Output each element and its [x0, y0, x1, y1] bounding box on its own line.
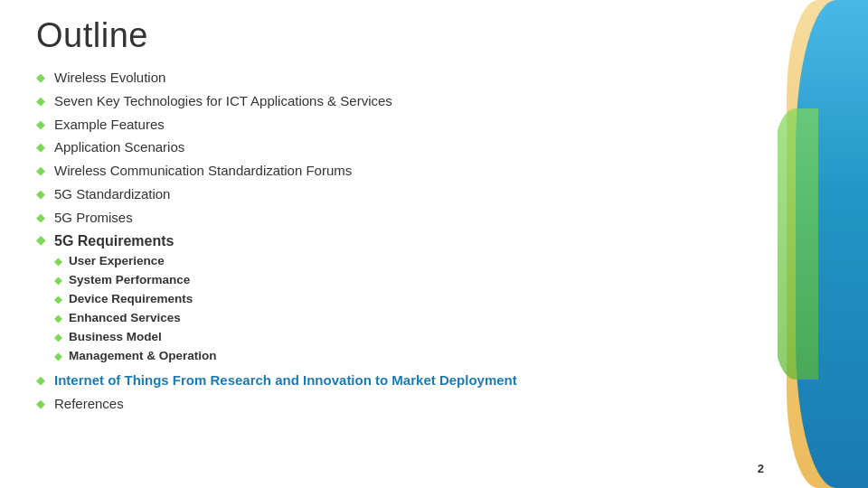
sub-text-2: Device Requirements	[69, 291, 193, 308]
sub-item-1: ◆System Performance	[36, 272, 760, 289]
bullet-diamond-iot: ◆	[36, 372, 45, 389]
sub-item-0: ◆User Experience	[36, 253, 760, 270]
sub-diamond-0: ◆	[54, 255, 61, 268]
bullet-text-example-features: Example Features	[54, 115, 165, 135]
sub-diamond-1: ◆	[54, 274, 61, 287]
bullet-text-iot: Internet of Things From Research and Inn…	[54, 371, 517, 390]
sub-text-4: Business Model	[69, 329, 162, 346]
bullet-text-references: References	[54, 394, 124, 414]
outline-item-seven-key: ◆Seven Key Technologies for ICT Applicat…	[36, 91, 760, 111]
wave-sand	[787, 0, 850, 488]
outline-item-wireless-evolution: ◆Wireless Evolution	[36, 68, 760, 88]
sub-text-1: System Performance	[69, 272, 190, 289]
bullet-diamond-wireless-evolution: ◆	[36, 70, 45, 87]
outline-item-iot: ◆Internet of Things From Research and In…	[36, 371, 760, 390]
bullet-text-application-scenarios: Application Scenarios	[54, 137, 184, 157]
outline-item-wireless-comm: ◆Wireless Communication Standardization …	[36, 161, 760, 181]
sub-diamond-4: ◆	[54, 331, 61, 344]
outline-item-references: ◆References	[36, 394, 760, 414]
decorative-waves	[778, 0, 868, 488]
page-title: Outline	[36, 16, 760, 55]
bullet-text-5g-promises: 5G Promises	[54, 208, 133, 228]
sub-text-5: Management & Operation	[69, 348, 217, 365]
sub-text-3: Enhanced Services	[69, 310, 181, 327]
outline-list: ◆Wireless Evolution◆Seven Key Technologi…	[36, 68, 760, 413]
page-number: 2	[758, 462, 764, 475]
sub-text-0: User Experience	[69, 253, 165, 270]
bullet-diamond-application-scenarios: ◆	[36, 139, 45, 156]
outline-item-5g-promises: ◆5G Promises	[36, 208, 760, 228]
sub-diamond-3: ◆	[54, 312, 61, 325]
sub-diamond-5: ◆	[54, 350, 61, 363]
bullet-text-seven-key: Seven Key Technologies for ICT Applicati…	[54, 91, 392, 111]
bullet-diamond-5g-promises: ◆	[36, 210, 45, 227]
bullet-text-wireless-evolution: Wireless Evolution	[54, 68, 165, 88]
main-content: Outline ◆Wireless Evolution◆Seven Key Te…	[0, 0, 787, 488]
bullet-diamond-seven-key: ◆	[36, 93, 45, 110]
bullet-text-5g-req: 5G Requirements	[54, 230, 174, 251]
bullet-diamond-example-features: ◆	[36, 117, 45, 134]
sub-item-3: ◆Enhanced Services	[36, 310, 760, 327]
bullet-diamond-5g-req: ◆	[36, 232, 45, 249]
sub-item-4: ◆Business Model	[36, 329, 760, 346]
outline-item-5g-req: ◆5G Requirements◆User Experience◆System …	[36, 230, 760, 367]
outline-item-example-features: ◆Example Features	[36, 115, 760, 135]
bullet-text-wireless-comm: Wireless Communication Standardization F…	[54, 161, 352, 181]
outline-item-application-scenarios: ◆Application Scenarios	[36, 137, 760, 157]
sub-item-2: ◆Device Requirements	[36, 291, 760, 308]
bullet-diamond-references: ◆	[36, 396, 45, 413]
bullet-diamond-5g-std: ◆	[36, 186, 45, 203]
bullet-diamond-wireless-comm: ◆	[36, 163, 45, 180]
wave-blue	[796, 0, 868, 488]
outline-item-5g-std: ◆5G Standardization	[36, 184, 760, 204]
sub-item-5: ◆Management & Operation	[36, 348, 760, 365]
sub-list-5g-req: ◆User Experience◆System Performance◆Devi…	[36, 253, 760, 364]
bullet-text-5g-std: 5G Standardization	[54, 184, 170, 204]
sub-diamond-2: ◆	[54, 293, 61, 306]
